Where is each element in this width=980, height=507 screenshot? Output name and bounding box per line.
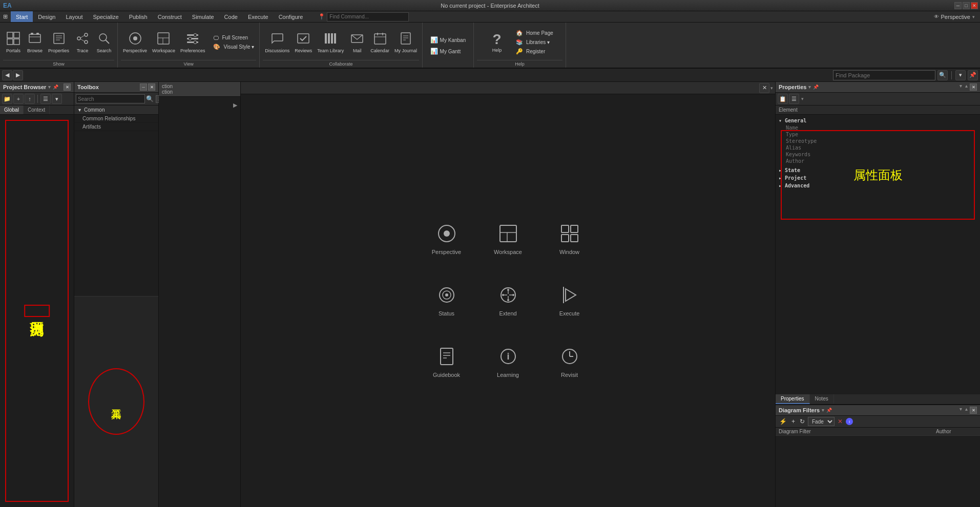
workspace-item-extend[interactable]: Extend <box>483 275 534 326</box>
libraries-row[interactable]: 📚 Libraries ▾ <box>514 38 555 47</box>
ribbon-btn-perspective[interactable]: Perspective <box>121 30 149 55</box>
properties-header: Properties ▾ 📌 ▾ ▴ ✕ <box>776 82 980 93</box>
df-refresh-btn[interactable]: ↻ <box>798 417 806 426</box>
pb-tab-context[interactable]: Context <box>24 105 50 114</box>
df-collapse-arrow[interactable]: ▾ <box>958 407 963 414</box>
window-controls[interactable]: ─ □ ✕ <box>954 2 978 9</box>
ribbon-btn-trace[interactable]: Trace <box>72 30 93 55</box>
menu-code[interactable]: Code <box>219 11 243 22</box>
back-button[interactable]: ◀ <box>2 70 12 80</box>
workspace-item-status[interactable]: Status <box>421 275 472 326</box>
menu-start[interactable]: Start <box>11 11 33 22</box>
ribbon-btn-mail[interactable]: Mail <box>347 30 367 55</box>
props-tab-properties[interactable]: Properties <box>776 394 810 404</box>
menu-specialize[interactable]: Specialize <box>88 11 124 22</box>
register-row[interactable]: 🔑 Register <box>514 47 555 56</box>
pb-add-btn[interactable]: + <box>13 94 24 104</box>
toolbar-menu-btn[interactable]: ▾ <box>955 70 966 80</box>
homepage-row[interactable]: 🏠 Home Page <box>514 29 555 37</box>
toolbox-ellipse-area: 工具箱 <box>74 296 158 508</box>
ribbon-btn-discussions[interactable]: Discussions <box>263 30 291 55</box>
props-close-btn[interactable]: ✕ <box>970 83 977 91</box>
df-pin[interactable]: 📌 <box>826 408 832 413</box>
workspace-item-perspective[interactable]: Perspective <box>421 214 472 265</box>
toolbox-item-artifacts[interactable]: Artifacts <box>74 123 158 131</box>
workspace-item-execute[interactable]: Execute <box>544 275 595 326</box>
menu-publish[interactable]: Publish <box>124 11 153 22</box>
ribbon-btn-preferences[interactable]: Preferences <box>178 30 207 55</box>
fullscreen-row[interactable]: 🖵 Full Screen <box>211 34 256 42</box>
menu-layout[interactable]: Layout <box>60 11 88 22</box>
explore-small-btns: 🖵 Full Screen 🎨 Visual Style ▾ <box>211 34 256 51</box>
close-button[interactable]: ✕ <box>971 2 978 9</box>
pb-folder-icon[interactable]: 📁 <box>2 94 12 104</box>
df-filter-icon[interactable]: ⚡ <box>778 417 788 426</box>
df-delete-btn[interactable]: ✕ <box>836 417 844 426</box>
svg-rect-31 <box>325 33 327 44</box>
toolbox-search-input[interactable] <box>76 94 145 103</box>
ribbon-btn-browse[interactable]: Browse <box>25 30 45 55</box>
ribbon-btn-search[interactable]: Search <box>94 30 114 55</box>
props-toolbar-arrow[interactable]: ▾ <box>801 96 804 101</box>
ribbon-btn-calendar[interactable]: Calendar <box>368 30 391 55</box>
props-pin[interactable]: 📌 <box>813 84 819 90</box>
menu-configure[interactable]: Configure <box>274 11 308 22</box>
df-close-btn[interactable]: ✕ <box>970 407 977 414</box>
ribbon-btn-workspace[interactable]: Workspace <box>150 30 177 55</box>
pb-dropdown-btn[interactable]: ▾ <box>52 94 62 104</box>
find-package-input[interactable] <box>833 70 935 80</box>
pb-tab-global[interactable]: Global <box>0 105 24 114</box>
props-collapse-arrow[interactable]: ▾ <box>958 83 963 91</box>
center-arrow-down[interactable]: ▾ <box>770 86 773 91</box>
pb-dropdown-arrow[interactable]: ▾ <box>48 84 51 90</box>
maximize-button[interactable]: □ <box>963 2 970 9</box>
ribbon-btn-portals[interactable]: Portals <box>3 30 24 55</box>
ribbon-btn-properties[interactable]: Properties <box>46 30 71 55</box>
toolbar-pin-btn[interactable]: 📌 <box>968 70 978 80</box>
center-close-btn[interactable]: ✕ <box>759 83 769 93</box>
menu-execute[interactable]: Execute <box>243 11 274 22</box>
find-command-input[interactable] <box>327 12 409 22</box>
mygantt-btn[interactable]: 📊 My Gantt <box>428 47 468 56</box>
workspace-item-guidebook[interactable]: Guidebook <box>421 336 472 388</box>
menu-simulate[interactable]: Simulate <box>187 11 219 22</box>
workspace-item-workspace[interactable]: Workspace <box>483 214 534 265</box>
pb-pin-icon[interactable]: 📌 <box>53 84 58 90</box>
toolbox-minimize-btn[interactable]: ─ <box>140 83 147 91</box>
ribbon-btn-reviews[interactable]: Reviews <box>293 30 314 55</box>
pb-up-btn[interactable]: ↑ <box>25 94 35 104</box>
ribbon-btn-myjournal[interactable]: My Journal <box>392 30 419 55</box>
df-add-btn[interactable]: + <box>790 417 797 426</box>
df-arrow[interactable]: ▾ <box>822 408 824 413</box>
props-expand-arrow[interactable]: ▴ <box>964 83 969 91</box>
ribbon-btn-teamlibrary[interactable]: Team Library <box>315 30 346 55</box>
menu-construct[interactable]: Construct <box>153 11 187 22</box>
forward-button[interactable]: ▶ <box>13 70 23 80</box>
left-center-arrow[interactable]: ▶ <box>233 102 237 109</box>
minimize-button[interactable]: ─ <box>954 2 962 9</box>
workspace-item-learning[interactable]: i Learning <box>483 336 534 388</box>
props-arrow[interactable]: ▾ <box>808 84 811 90</box>
toolbox: Toolbox ─ ✕ 🔍 Search ▼ Common Common Rel… <box>74 82 159 507</box>
workspace-item-window[interactable]: Window <box>544 214 595 265</box>
menu-design[interactable]: Design <box>33 11 60 22</box>
toolbox-close-btn[interactable]: ✕ <box>148 83 155 91</box>
visualstyle-row[interactable]: 🎨 Visual Style ▾ <box>211 43 256 51</box>
find-package-btn[interactable]: 🔍 <box>937 70 948 80</box>
ribbon-btn-help[interactable]: ? Help <box>484 31 510 54</box>
svg-point-60 <box>512 294 514 296</box>
df-expand-arrow[interactable]: ▴ <box>964 407 969 414</box>
menu-app[interactable]: ⊞ <box>0 11 11 22</box>
pb-list-btn[interactable]: ☰ <box>40 94 51 104</box>
toolbox-item-common-relationships[interactable]: Common Relationships <box>74 115 158 123</box>
df-fade-dropdown[interactable]: Fade Hide Color <box>808 417 835 426</box>
props-toolbar-icon1[interactable]: 📋 <box>778 94 788 104</box>
perspective-ws-icon <box>436 223 457 247</box>
pb-close-btn[interactable]: ✕ <box>64 83 71 91</box>
mykanban-btn[interactable]: 📊 My Kanban <box>428 35 468 45</box>
workspace-item-revisit[interactable]: Revisit <box>544 336 595 388</box>
props-tab-notes[interactable]: Notes <box>810 394 834 404</box>
toolbox-section-common[interactable]: ▼ Common <box>74 105 158 115</box>
svg-rect-52 <box>571 235 578 242</box>
props-toolbar-icon2[interactable]: ☰ <box>789 94 799 104</box>
